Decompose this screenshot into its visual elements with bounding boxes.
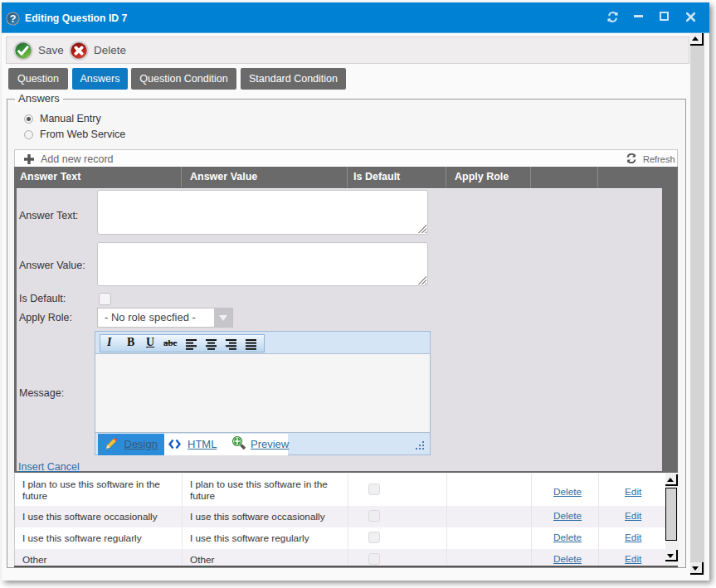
svg-text:?: ? (10, 13, 17, 25)
